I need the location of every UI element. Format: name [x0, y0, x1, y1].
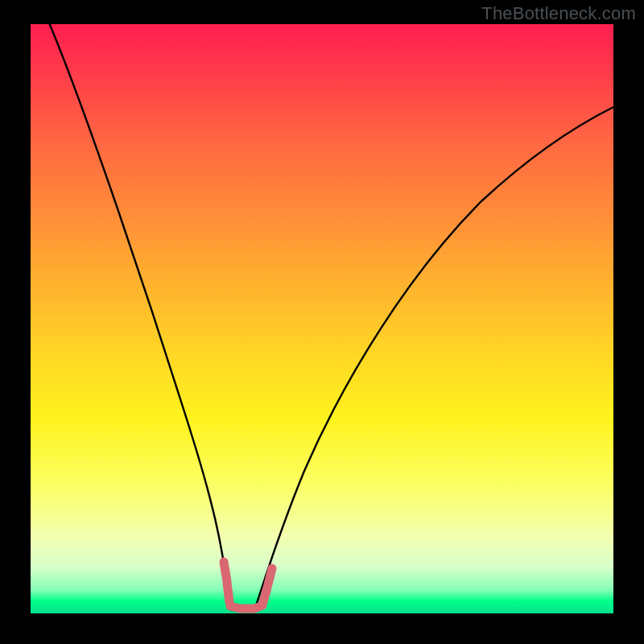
watermark-text: TheBottleneck.com: [481, 3, 636, 24]
mark-r1: [263, 588, 267, 602]
mark-v2: [227, 583, 229, 602]
mark-v1: [224, 562, 227, 581]
chart-frame: { "watermark": "TheBottleneck.com", "col…: [0, 0, 644, 644]
marker-layer: [31, 24, 613, 613]
mark-r2: [268, 568, 272, 584]
